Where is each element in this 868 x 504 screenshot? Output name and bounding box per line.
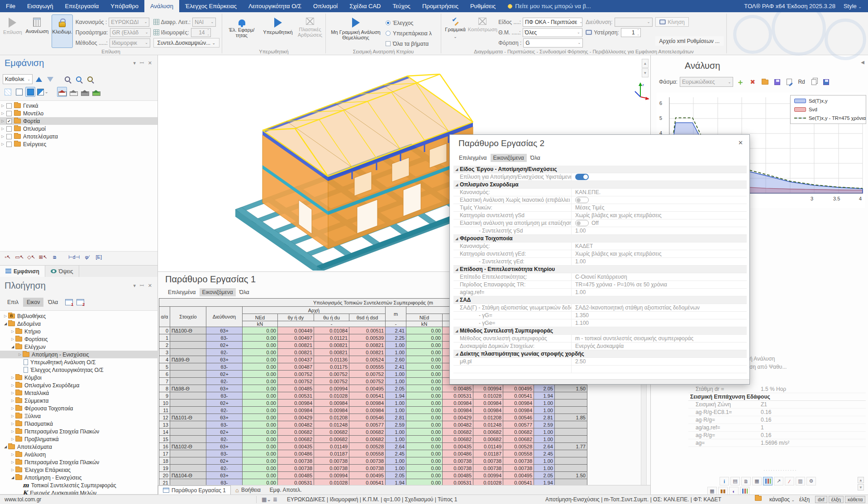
property-row[interactable]: - Συντελεστής γSd 1.00 (453, 227, 747, 235)
menu-tab[interactable]: Υπόβαθρο (105, 0, 144, 12)
refresh-button[interactable]: Ανανέωση (25, 14, 49, 48)
tab-display[interactable]: Εμφάνιση (0, 266, 45, 277)
sheet-tool-icon[interactable]: ▥ (796, 477, 805, 485)
save-spectrum-button[interactable] (772, 77, 782, 86)
move-up-button[interactable] (34, 74, 44, 84)
close-icon[interactable]: ✕ (738, 139, 743, 146)
visibility-checkbox[interactable] (6, 142, 12, 147)
nav-tree-item[interactable]: Σύμμεικτα (0, 397, 158, 404)
menu-tab[interactable]: Ρυθμίσεις (464, 0, 501, 12)
nav-tree-item[interactable]: Αποτίμηση - Ενισχύσεις (0, 474, 158, 481)
section-collapse-icon[interactable] (453, 237, 460, 241)
diaphragm-select[interactable]: ΝΑΙ⌄ (192, 18, 216, 27)
view-wireframe-button[interactable] (3, 87, 13, 97)
property-row[interactable]: Κατηγορία συντελεστή γSd Χωρίς βλάβες κα… (453, 212, 747, 219)
model-wire-view-button[interactable] (68, 87, 78, 97)
property-row[interactable]: - γGe= 1.100 (453, 319, 747, 327)
table-row[interactable]: 21 θ3- 0.00 0.00531 0.01028 0.00541 1.94… (159, 479, 587, 485)
expander-icon[interactable] (0, 127, 5, 131)
nav-tree-item[interactable]: Ανάλυση (0, 451, 158, 458)
nav-tree-item[interactable]: Πεπερασμένα Στοιχεία Πλακών (0, 458, 158, 466)
property-row[interactable]: Κατηγορία συντελεστή γEd: Χωρίς βλάβες κ… (453, 250, 747, 258)
pin-icon[interactable]: 𝄩 (140, 283, 144, 289)
display-tree-item[interactable]: Φορτία (0, 117, 158, 125)
radio-overstrength[interactable]: Υπερεπάρκεια λ (386, 29, 432, 38)
section-collapse-icon[interactable] (453, 267, 460, 271)
brush-tool-icon[interactable]: ∕ (785, 477, 794, 485)
property-row[interactable]: Ελαστική ανάλυση για αποτίμηση με επαύξη… (453, 219, 747, 227)
display-tree-item[interactable]: Ενέργειες (0, 140, 158, 148)
work-window-1-icon[interactable] (65, 299, 73, 305)
property-row[interactable]: Περίοδος Επαναφοράς TR: TR=475 χρόνια - … (453, 281, 747, 289)
splitter-grip[interactable]: ·············· (763, 468, 797, 473)
toolbar-scroll-up[interactable]: ▲ (858, 477, 864, 483)
menu-tab[interactable]: Επεξεργασία (59, 0, 105, 12)
radio-check[interactable]: Έλεγχος (386, 19, 432, 27)
property-row[interactable]: ag·R/g-EC8.1= 0.16 (688, 409, 866, 416)
toggle-switch[interactable] (575, 197, 589, 203)
expander-icon[interactable] (10, 414, 15, 418)
xml-settings-button[interactable]: Αρχείο xml Ρυθμίσεων ... (655, 36, 724, 46)
method-select[interactable]: Ιδιομορφικ⌄ (110, 38, 150, 48)
settings-tool-icon[interactable]: ⚙ (806, 477, 816, 485)
menu-tab[interactable]: Έλεγχος Επάρκειας (179, 0, 243, 12)
property-row[interactable]: ag·R/g= 0.16 (688, 416, 866, 424)
edit-spectrum-button[interactable] (784, 77, 794, 86)
grid-tool-icon[interactable]: ▦ (752, 477, 762, 485)
capacity-check-button[interactable]: Έλ. Εφαρμ/τητας (225, 14, 258, 48)
view-hiddenline-button[interactable] (14, 87, 24, 97)
expander-icon[interactable] (10, 406, 15, 410)
table-row[interactable]: 11 θ2- 0.00 0.00984 0.00984 0.00984 1.00… (159, 407, 587, 414)
toggle-switch[interactable] (575, 220, 589, 226)
kind-select[interactable]: ΠΦ ΟΚΑ - Περιπτώσε⌄ (523, 18, 582, 27)
property-row[interactable]: Επίδοση - Επιτελεστικότητα Κτηρίου (453, 266, 747, 273)
tab-all[interactable]: Όλα (237, 288, 252, 296)
nav-tree-item[interactable]: Πεπερασμένα Στοιχεία Πλακών (0, 428, 158, 435)
panel-menu-icon[interactable]: ▾ (133, 283, 136, 289)
property-row[interactable]: Σεισμική Ζώνη Z1 (688, 401, 866, 409)
property-row[interactable]: Δείκτης πλαστιμότητας γωνίας στροφής χορ… (453, 350, 747, 358)
property-row[interactable]: Κανονισμός: ΚΑΔΕΤ (453, 242, 747, 250)
zoom-extents-button[interactable] (74, 74, 84, 84)
nav-tree-item[interactable]: Τοπικοί Συντελεστές Συμπεριφοράς (0, 481, 158, 489)
load-select[interactable]: G⌄ (523, 38, 583, 48)
table-row[interactable]: 18 θ2+ 0.00 0.00738 0.00738 0.00738 1.00… (159, 457, 587, 465)
model-green-view-button[interactable] (91, 87, 101, 97)
property-row[interactable]: ΣΑΔ (453, 296, 747, 304)
section-collapse-icon[interactable] (453, 329, 460, 333)
solve-button[interactable]: Επίλυση (3, 14, 23, 48)
table-row[interactable]: 12 ΠΔ101-Θ θ3+ 0.00 0.00429 0.01208 0.00… (159, 414, 587, 421)
export-button[interactable] (821, 77, 831, 86)
section-collapse-icon[interactable] (453, 298, 460, 302)
table-row[interactable]: 16 ΠΔ102-Θ θ3+ 0.00 0.00435 0.01149 0.00… (159, 443, 587, 450)
document-tool-icon[interactable]: 🗎 (741, 477, 751, 485)
tab-visible[interactable]: Εικονιζόμενα (200, 288, 236, 296)
visibility-checkbox[interactable] (6, 103, 12, 109)
property-row[interactable]: - γG= 1.350 (453, 312, 747, 319)
expander-icon[interactable] (10, 337, 15, 341)
property-row[interactable]: Τιμές Υλικών: Μέσες Τιμές (453, 204, 747, 212)
nav-tree-item[interactable]: Έλεγχοι Επάρκειας (0, 466, 158, 474)
menu-tab[interactable]: Τεύχος (386, 0, 416, 12)
property-row[interactable]: ag/ag,ref= 1.00 (453, 289, 747, 296)
table-row[interactable]: 19 θ2- 0.00 0.00738 0.00738 0.00738 1.00… (159, 465, 587, 472)
nav-tree-item[interactable]: Προβληματικά (0, 435, 158, 443)
nav-tree-item[interactable]: Μεταλλικά (0, 389, 158, 397)
table-row[interactable]: 13 θ3- 0.00 0.00482 0.01248 0.00577 2.59… (159, 421, 587, 428)
dialog-tab-all[interactable]: Όλα (528, 154, 543, 162)
status-chip[interactable]: έλξη (829, 496, 844, 503)
expander-icon[interactable] (10, 345, 15, 349)
property-row[interactable]: Οπλισμένο Σκυρόδεμα (453, 181, 747, 189)
expander-icon[interactable] (0, 104, 5, 108)
analysis-settings-status[interactable]: ΕΥΡΩΚΩΔΙΚΕΣ | Ιδιομορφική | Κ.Π.Μ. | q=1… (287, 496, 457, 503)
expander-icon[interactable] (10, 437, 15, 441)
close-icon[interactable]: ✕ (148, 283, 152, 289)
chart-tool-icon[interactable] (763, 477, 773, 485)
table-row[interactable]: 9 θ3- 0.00 0.00531 0.01028 0.00541 1.94 … (159, 392, 587, 399)
property-row[interactable]: ag= 1.5696 m/s² (688, 439, 866, 447)
direction-select[interactable]: ⌄ (615, 18, 653, 27)
expander-icon[interactable] (10, 452, 15, 456)
nav-tree-item[interactable]: Ξύλινα (0, 412, 158, 420)
status-chip[interactable]: κάθετα (845, 496, 865, 503)
visibility-checkbox[interactable] (6, 134, 12, 139)
